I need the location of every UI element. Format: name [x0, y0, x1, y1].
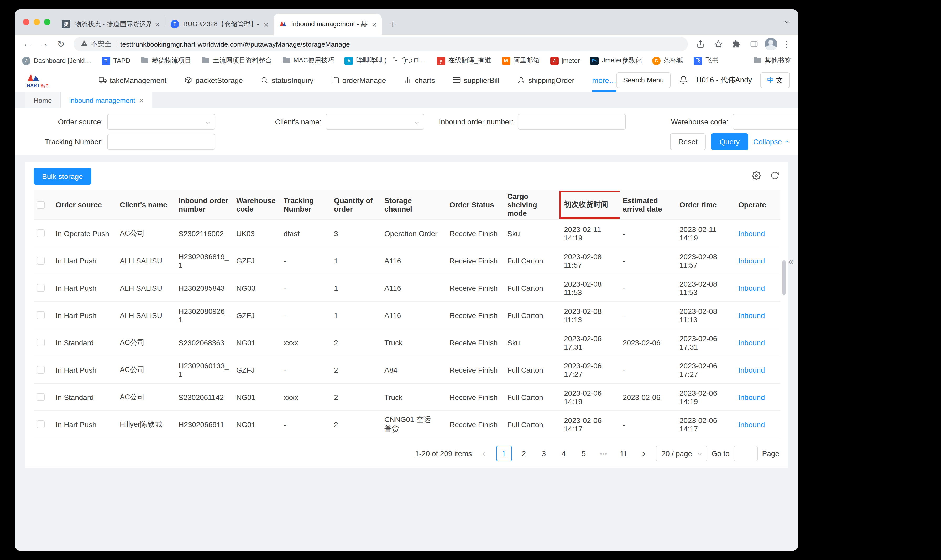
security-status[interactable]: 不安全 [81, 39, 111, 49]
row-checkbox[interactable] [37, 229, 45, 237]
browser-menu-icon[interactable]: ⋮ [780, 39, 793, 49]
bookmark-item-8[interactable]: M 阿里邮箱 [502, 56, 539, 65]
page-number-3[interactable]: 3 [536, 446, 551, 462]
collapse-link[interactable]: Collapse [753, 137, 790, 146]
folder-icon [753, 57, 761, 65]
table-scrollbar-thumb[interactable] [782, 260, 785, 295]
table-actions [752, 171, 779, 182]
clients-name-select[interactable] [326, 114, 424, 130]
row-checkbox[interactable] [37, 366, 45, 374]
minimize-window-button[interactable] [34, 19, 40, 25]
warehouse-code-select[interactable] [733, 114, 798, 130]
forward-button[interactable]: → [37, 37, 51, 51]
bookmark-item-7[interactable]: y 在线翻译_有道 [437, 56, 491, 65]
close-window-button[interactable] [23, 19, 29, 25]
table-header-row: Order sourceClient's nameInbound ordernu… [34, 190, 780, 220]
tracking-number-input[interactable] [107, 134, 215, 149]
bulk-storage-button[interactable]: Bulk storage [34, 168, 91, 185]
inbound-link[interactable]: Inbound [738, 393, 765, 401]
next-page-icon[interactable]: › [636, 446, 651, 462]
browser-tab-3[interactable]: inbound management - 赫德国… × [274, 14, 382, 35]
inbound-order-number-input[interactable] [518, 114, 626, 130]
page-size-select[interactable]: 20 / page [656, 446, 707, 462]
nav-item-charts[interactable]: charts [404, 68, 435, 92]
reload-button[interactable]: ↻ [54, 37, 68, 51]
page-number-11[interactable]: 11 [616, 446, 631, 462]
browser-tab-2[interactable]: T BUG #2328【仓储管理】-【入… × [165, 14, 274, 35]
page-tab-home[interactable]: Home [25, 92, 61, 108]
bookmark-item-4[interactable]: 土流网项目资料整合 [202, 56, 272, 65]
tab-close-icon[interactable]: × [263, 20, 268, 29]
bookmark-item-9[interactable]: J jmeter [550, 57, 580, 65]
zoom-window-button[interactable] [44, 19, 51, 25]
inbound-link[interactable]: Inbound [738, 256, 765, 265]
column-header: TrackingNumber [280, 190, 331, 220]
row-checkbox[interactable] [37, 284, 45, 292]
jump-pages-dots[interactable]: ••• [596, 446, 611, 462]
profile-avatar[interactable] [765, 38, 777, 51]
bookmark-item-1[interactable]: J Dashboard [Jenki… [22, 57, 91, 65]
close-icon[interactable]: × [139, 96, 143, 104]
prev-page-icon[interactable]: ‹ [476, 446, 492, 462]
bookmark-item-2[interactable]: T TAPD [102, 57, 131, 65]
refresh-icon[interactable] [770, 171, 779, 182]
hart-logo[interactable]: HART 精道 [25, 72, 48, 88]
new-tab-button[interactable]: + [385, 16, 400, 32]
bookmark-star-icon[interactable] [711, 37, 726, 51]
other-bookmarks[interactable]: 其他书签 [753, 56, 791, 65]
chevron-up-icon [784, 137, 790, 146]
inbound-link[interactable]: Inbound [738, 311, 765, 319]
page-number-5[interactable]: 5 [576, 446, 591, 462]
page-number-1[interactable]: 1 [496, 446, 512, 462]
row-checkbox[interactable] [37, 420, 45, 428]
drawer-collapse-handle[interactable]: « [788, 256, 794, 267]
inbound-link[interactable]: Inbound [738, 284, 765, 292]
inbound-link[interactable]: Inbound [738, 229, 765, 237]
bookmark-item-5[interactable]: MAC使用技巧 [282, 56, 334, 65]
query-button[interactable]: Query [711, 133, 748, 150]
inbound-link[interactable]: Inbound [738, 338, 765, 347]
page-tab-inbound-management[interactable]: inbound management × [61, 92, 152, 108]
inbound-link[interactable]: Inbound [738, 366, 765, 374]
extensions-puzzle-icon[interactable] [729, 37, 744, 51]
row-checkbox[interactable] [37, 393, 45, 401]
language-toggle-button[interactable]: 中 文 [760, 72, 790, 88]
nav-item-shippingorder[interactable]: shippingOrder [517, 68, 574, 92]
nav-item-statusinquiry[interactable]: statusInquiry [261, 68, 314, 92]
reset-button[interactable]: Reset [670, 133, 706, 150]
select-all-checkbox[interactable] [37, 201, 45, 209]
bookmark-item-3[interactable]: 赫德物流项目 [141, 56, 191, 65]
back-button[interactable]: ← [20, 37, 35, 51]
bell-icon[interactable] [679, 75, 688, 85]
bookmark-item-11[interactable]: C 茶杯狐 [652, 56, 684, 65]
user-name[interactable]: H016 - 代伟Andy [696, 75, 752, 85]
bookmark-item-12[interactable]: 飞 飞书 [694, 56, 719, 65]
nav-item-supplierbill[interactable]: supplierBill [453, 68, 499, 92]
row-checkbox[interactable] [37, 338, 45, 346]
nav-item-packetstorage[interactable]: packetStorage [184, 68, 243, 92]
table-cell: A116 [381, 302, 447, 329]
tab-search-chevron-icon[interactable] [784, 18, 790, 27]
search-menu-button[interactable]: Search Menu [616, 72, 671, 88]
row-checkbox[interactable] [37, 257, 45, 265]
nav-item-more[interactable]: more… [592, 68, 616, 92]
address-bar[interactable]: 不安全 testtrunkbookingmgr.hart-worldwide.c… [74, 37, 688, 51]
nav-item-ordermanage[interactable]: orderManage [331, 68, 386, 92]
tab-close-icon[interactable]: × [372, 20, 376, 29]
side-panel-icon[interactable] [747, 37, 761, 51]
bookmark-item-10[interactable]: Ps Jmeter参数化 [590, 56, 642, 65]
table-cell: 2023-02-06 [620, 383, 676, 411]
order-source-select[interactable] [107, 114, 215, 130]
tab-close-icon[interactable]: × [155, 20, 160, 29]
bookmark-item-6[interactable]: b 哔哩哔哩 ( ゜-゜)つロ… [345, 56, 426, 65]
settings-gear-icon[interactable] [752, 171, 761, 182]
page-number-4[interactable]: 4 [556, 446, 571, 462]
share-icon[interactable] [693, 37, 708, 51]
goto-page-input[interactable] [734, 446, 758, 462]
browser-tab-1[interactable]: 捷 物流状态 - 捷道国际货运系统 × [57, 14, 165, 35]
row-checkbox[interactable] [37, 311, 45, 319]
table-cell: A116 [381, 247, 447, 274]
page-number-2[interactable]: 2 [516, 446, 532, 462]
inbound-link[interactable]: Inbound [738, 420, 765, 429]
nav-item-takemanagement[interactable]: takeManagement [99, 68, 166, 92]
